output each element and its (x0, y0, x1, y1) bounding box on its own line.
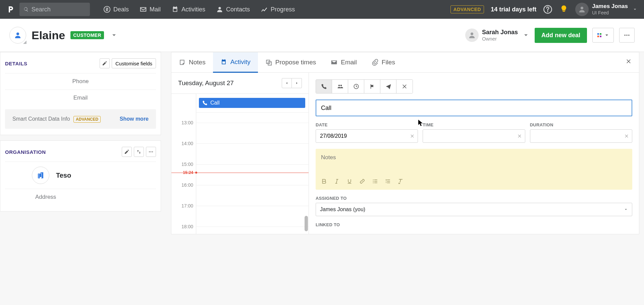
assigned-select[interactable]: James Jonas (you) (316, 203, 632, 216)
top-nav: Deals Mail Activities Contacts Progress … (0, 0, 644, 19)
svg-point-12 (628, 35, 629, 36)
user-meta: James Jonas UI Feed (592, 3, 628, 15)
clock-icon (353, 83, 359, 89)
svg-point-4 (16, 33, 19, 35)
clear-format-button[interactable] (395, 176, 406, 186)
tab-notes[interactable]: Notes (171, 52, 213, 72)
search-box[interactable] (19, 3, 90, 16)
address-field[interactable]: Address (5, 189, 156, 205)
help-icon[interactable] (543, 5, 552, 14)
date-input[interactable] (316, 129, 418, 143)
calendar-grid[interactable]: 13:00 14:00 15:00 16:00 17:00 18:00 15:2… (171, 94, 309, 234)
avatar-icon (575, 3, 589, 16)
show-more-link[interactable]: Show more (120, 116, 149, 122)
person-icon (14, 31, 22, 39)
type-task-button[interactable] (348, 80, 364, 93)
activity-type-toggle (316, 79, 413, 94)
nav-contacts[interactable]: Contacts (211, 3, 255, 16)
nav-activities[interactable]: Activities (167, 3, 210, 16)
close-icon (626, 58, 632, 64)
time-17: 17:00 (181, 203, 193, 208)
pencil-icon (102, 61, 107, 66)
type-deadline-button[interactable] (364, 80, 380, 93)
next-day-button[interactable] (292, 78, 302, 88)
chevron-left-icon (285, 81, 289, 85)
owner-role: Owner (482, 36, 518, 42)
now-line (171, 173, 309, 173)
tab-propose-label: Propose times (275, 59, 316, 66)
link-button[interactable] (357, 176, 368, 186)
nav-progress[interactable]: Progress (256, 3, 300, 16)
reorder-org-button[interactable] (134, 147, 144, 157)
more-button[interactable] (619, 28, 635, 43)
edit-details-button[interactable] (100, 58, 110, 68)
search-input[interactable] (32, 6, 86, 13)
prev-day-button[interactable] (282, 78, 292, 88)
trial-text: 14 trial days left (491, 6, 536, 13)
attachment-icon (372, 59, 378, 66)
type-call-button[interactable] (316, 80, 332, 93)
italic-button[interactable] (331, 176, 342, 186)
mail-icon (140, 6, 147, 13)
svg-point-19 (373, 179, 374, 180)
svg-point-5 (471, 33, 473, 35)
people-icon (337, 83, 343, 89)
time-input[interactable] (423, 129, 525, 143)
org-more-button[interactable] (146, 147, 156, 157)
apps-button[interactable] (592, 28, 614, 43)
contact-dropdown-icon[interactable] (111, 32, 117, 39)
svg-rect-7 (600, 33, 601, 35)
notes-textarea[interactable] (316, 149, 632, 173)
clear-date-icon[interactable] (410, 134, 415, 138)
close-panel-button[interactable] (618, 52, 639, 72)
dots-icon (624, 32, 630, 39)
customise-fields-button[interactable]: Customise fields (112, 58, 156, 68)
clear-duration-icon[interactable] (624, 134, 629, 138)
activity-form: DATE TIME DURATION (309, 73, 639, 234)
nav-deals-label: Deals (113, 6, 129, 13)
svg-point-17 (340, 85, 342, 86)
bold-button[interactable] (318, 176, 330, 186)
advanced-badge: ADVANCED (450, 5, 484, 13)
nav-deals[interactable]: Deals (99, 3, 133, 16)
sort-icon (136, 149, 142, 155)
owner-block[interactable]: Sarah Jonas Owner (465, 28, 529, 42)
time-16: 16:00 (181, 182, 193, 188)
bullet-list-button[interactable] (369, 176, 381, 186)
contact-avatar[interactable] (9, 27, 26, 44)
smart-contact-label: Smart Contact Data Info (12, 116, 70, 122)
logo-icon (7, 5, 15, 13)
scrollbar-thumb[interactable] (305, 216, 308, 231)
phone-field[interactable]: Phone (5, 73, 156, 89)
number-list-button[interactable] (382, 176, 393, 186)
svg-point-16 (338, 85, 340, 86)
org-row[interactable]: Teso (5, 162, 156, 189)
phone-icon (202, 100, 208, 106)
tab-files[interactable]: Files (364, 52, 402, 72)
type-meeting-button[interactable] (332, 80, 348, 93)
type-email-button[interactable] (380, 80, 396, 93)
clear-format-icon (397, 178, 404, 184)
chart-icon (261, 6, 268, 13)
underline-button[interactable] (344, 176, 355, 186)
svg-point-15 (152, 151, 153, 152)
type-lunch-button[interactable] (396, 80, 413, 93)
nav-mail[interactable]: Mail (135, 3, 165, 16)
add-deal-button[interactable]: Add new deal (535, 28, 587, 43)
assigned-label: ASSIGNED TO (316, 196, 632, 201)
tab-propose[interactable]: Propose times (258, 52, 323, 72)
edit-org-button[interactable] (122, 147, 132, 157)
email-field[interactable]: Email (5, 89, 156, 106)
tab-email[interactable]: Email (323, 52, 364, 72)
tab-activity[interactable]: Activity (213, 52, 258, 73)
clear-time-icon[interactable] (517, 134, 522, 138)
activity-subject-input[interactable] (316, 100, 632, 116)
svg-point-11 (626, 35, 627, 36)
calendar-event-call[interactable]: Call (199, 98, 305, 108)
tab-notes-label: Notes (189, 59, 206, 66)
svg-point-10 (625, 35, 626, 36)
duration-input[interactable] (530, 129, 632, 143)
building-icon (32, 167, 49, 184)
bulb-icon[interactable] (559, 5, 569, 14)
user-menu[interactable]: James Jonas UI Feed (575, 3, 637, 16)
